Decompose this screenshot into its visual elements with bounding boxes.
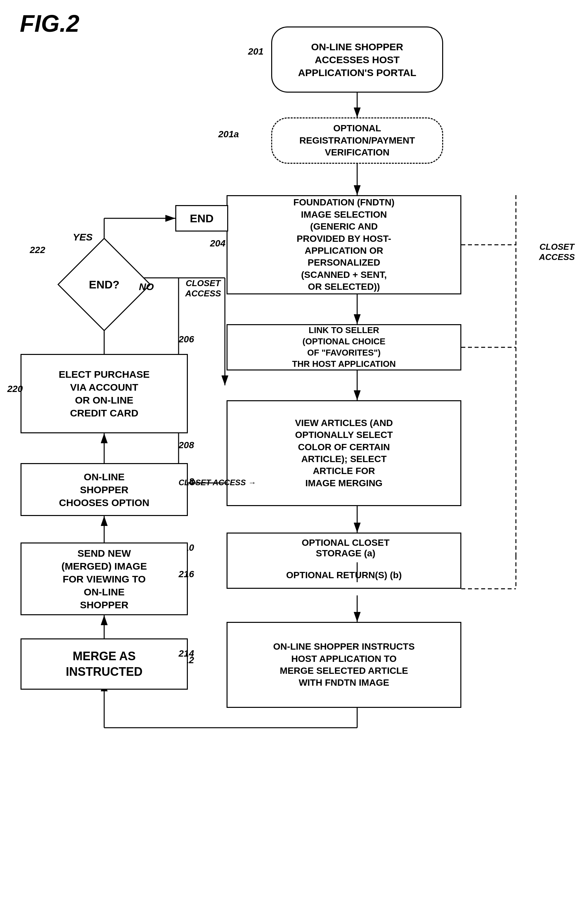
ref-201a: 201a [218, 129, 239, 140]
node-204: FOUNDATION (FNDTN) IMAGE SELECTION (GENE… [226, 195, 461, 294]
optional-returns-label: OPTIONAL RETURN(S) (b) [226, 562, 461, 589]
node-216: SEND NEW (MERGED) IMAGE FOR VIEWING TO O… [21, 542, 188, 615]
ref-220: 220 [7, 384, 23, 394]
node-201a: OPTIONAL REGISTRATION/PAYMENT VERIFICATI… [271, 117, 443, 164]
node-220: ELECT PURCHASE VIA ACCOUNT OR ON-LINE CR… [21, 354, 188, 433]
ref-204: 204 [210, 238, 226, 249]
ref-222: 222 [30, 245, 45, 255]
ref-214: 214 [178, 648, 194, 659]
diagram-container: FIG.2 [0, 0, 588, 906]
closet-access-right: CLOSET ACCESS [526, 231, 588, 262]
end-diamond-text: END? [71, 251, 137, 317]
figure-title: FIG.2 [20, 10, 80, 37]
optional-closet-label: OPTIONAL CLOSET STORAGE (a) [226, 533, 461, 562]
closet-access-small: CLOSET ACCESS → [178, 478, 256, 487]
ref-206: 206 [178, 334, 194, 345]
node-218: ON-LINE SHOPPER CHOOSES OPTION [21, 463, 188, 516]
node-201: ON-LINE SHOPPER ACCESSES HOST APPLICATIO… [271, 27, 443, 93]
ref-208: 208 [178, 440, 194, 450]
closet-access-label-1: CLOSET ACCESS [185, 268, 221, 299]
ref-216: 216 [178, 569, 194, 579]
node-214: MERGE AS INSTRUCTED [21, 638, 188, 690]
no-label: NO [139, 281, 154, 292]
yes-label: YES [73, 231, 92, 243]
node-206: LINK TO SELLER (OPTIONAL CHOICE OF "FAVO… [226, 324, 461, 370]
node-208: VIEW ARTICLES (AND OPTIONALLY SELECT COL… [226, 400, 461, 506]
end-box: END [175, 205, 228, 231]
ref-201: 201 [248, 46, 264, 57]
node-212: ON-LINE SHOPPER INSTRUCTS HOST APPLICATI… [226, 622, 461, 708]
